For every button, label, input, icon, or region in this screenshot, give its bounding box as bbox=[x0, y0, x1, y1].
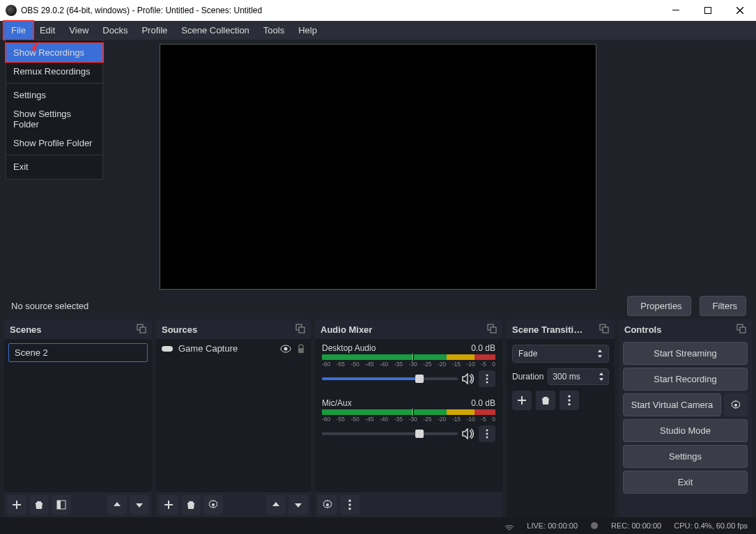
svg-rect-10 bbox=[162, 346, 173, 352]
menu-show-recordings[interactable]: Show Recordings bbox=[6, 43, 102, 62]
scene-down-button[interactable] bbox=[130, 495, 149, 515]
eye-icon[interactable] bbox=[280, 345, 291, 353]
menu-view[interactable]: View bbox=[62, 21, 95, 40]
menu-separator bbox=[6, 155, 102, 155]
controls-panel: Controls Start Streaming Start Recording… bbox=[619, 320, 752, 517]
transition-type: Fade bbox=[518, 349, 537, 359]
source-down-button[interactable] bbox=[288, 495, 308, 515]
menu-file[interactable]: File bbox=[4, 21, 33, 40]
svg-point-14 bbox=[212, 503, 215, 506]
add-scene-button[interactable] bbox=[7, 495, 26, 515]
preview-area bbox=[0, 40, 756, 292]
properties-label: Properties bbox=[640, 301, 681, 311]
svg-rect-0 bbox=[672, 10, 679, 10]
audio-channel-db: 0.0 dB bbox=[471, 343, 495, 353]
controls-title: Controls bbox=[624, 324, 661, 335]
start-streaming-button[interactable]: Start Streaming bbox=[623, 342, 748, 365]
svg-point-30 bbox=[568, 399, 570, 401]
lock-icon[interactable] bbox=[297, 344, 305, 354]
scene-filter-button[interactable] bbox=[52, 495, 71, 515]
no-source-label: No source selected bbox=[10, 301, 88, 311]
svg-point-17 bbox=[486, 375, 488, 377]
volume-slider[interactable] bbox=[322, 432, 458, 435]
svg-point-31 bbox=[568, 403, 570, 405]
menu-edit[interactable]: Edit bbox=[33, 21, 62, 40]
menu-docks[interactable]: Docks bbox=[95, 21, 134, 40]
maximize-button[interactable] bbox=[692, 0, 724, 21]
live-status: LIVE: 00:00:00 bbox=[527, 521, 578, 530]
svg-point-26 bbox=[348, 508, 350, 510]
filters-label: Filters bbox=[713, 301, 737, 311]
source-settings-button[interactable] bbox=[203, 495, 223, 515]
sources-title: Sources bbox=[162, 324, 197, 335]
add-transition-button[interactable] bbox=[512, 391, 532, 410]
scene-up-button[interactable] bbox=[107, 495, 127, 515]
settings-button[interactable]: Settings bbox=[623, 445, 748, 468]
source-item[interactable]: Game Capture bbox=[156, 339, 311, 358]
dock-icon[interactable] bbox=[599, 324, 609, 336]
remove-source-button[interactable] bbox=[181, 495, 201, 515]
add-source-button[interactable] bbox=[159, 495, 178, 515]
filters-button[interactable]: Filters bbox=[700, 296, 746, 316]
transition-select[interactable]: Fade bbox=[512, 345, 609, 363]
svg-point-23 bbox=[326, 503, 329, 506]
dock-icon[interactable] bbox=[487, 324, 497, 336]
duration-input[interactable]: 300 ms bbox=[548, 368, 609, 385]
menu-settings[interactable]: Settings bbox=[6, 86, 102, 104]
audio-menu-button[interactable] bbox=[340, 495, 360, 515]
scenes-title: Scenes bbox=[10, 324, 42, 335]
svg-rect-16 bbox=[491, 327, 496, 333]
menu-separator bbox=[6, 83, 102, 84]
source-up-button[interactable] bbox=[266, 495, 286, 515]
start-recording-button[interactable]: Start Recording bbox=[623, 368, 748, 391]
svg-point-20 bbox=[486, 430, 488, 432]
updown-icon bbox=[599, 372, 604, 381]
scene-item[interactable]: Scene 2 bbox=[8, 343, 148, 362]
audio-title: Audio Mixer bbox=[321, 324, 372, 335]
menu-tools[interactable]: Tools bbox=[256, 21, 291, 40]
properties-button[interactable]: Properties bbox=[627, 296, 691, 316]
gamepad-icon bbox=[162, 345, 173, 353]
start-virtual-camera-button[interactable]: Start Virtual Camera bbox=[623, 393, 721, 416]
updown-icon bbox=[597, 350, 603, 358]
window-title: OBS 29.0.2 (64-bit, windows) - Profile: … bbox=[21, 6, 660, 15]
close-button[interactable] bbox=[724, 0, 756, 21]
svg-point-12 bbox=[284, 347, 288, 350]
scenes-panel: Scenes Scene 2 bbox=[4, 320, 152, 517]
svg-point-21 bbox=[486, 433, 488, 435]
menu-help[interactable]: Help bbox=[291, 21, 324, 40]
menu-show-profile-folder[interactable]: Show Profile Folder bbox=[6, 134, 102, 152]
svg-point-34 bbox=[734, 404, 737, 407]
menu-exit[interactable]: Exit bbox=[6, 157, 102, 176]
menu-remux-recordings[interactable]: Remux Recordings bbox=[6, 62, 102, 81]
studio-mode-button[interactable]: Studio Mode bbox=[623, 419, 748, 442]
audio-menu-button[interactable] bbox=[479, 425, 495, 442]
menu-show-settings-folder[interactable]: Show Settings Folder bbox=[6, 104, 102, 134]
record-icon bbox=[590, 521, 599, 530]
network-icon bbox=[504, 521, 514, 531]
dock-icon[interactable] bbox=[295, 324, 305, 336]
minimize-button[interactable] bbox=[660, 0, 692, 21]
svg-rect-9 bbox=[299, 327, 304, 333]
source-name: Game Capture bbox=[178, 343, 238, 354]
speaker-icon[interactable] bbox=[462, 373, 475, 384]
audio-menu-button[interactable] bbox=[479, 370, 495, 387]
preview-canvas[interactable] bbox=[160, 44, 596, 290]
menu-scene-collection[interactable]: Scene Collection bbox=[174, 21, 256, 40]
audio-channel-db: 0.0 dB bbox=[471, 398, 495, 408]
virtual-camera-settings-button[interactable] bbox=[724, 393, 748, 416]
dock-icon[interactable] bbox=[736, 324, 746, 336]
exit-button[interactable]: Exit bbox=[623, 471, 748, 494]
dock-icon[interactable] bbox=[137, 324, 146, 336]
remove-transition-button[interactable] bbox=[536, 391, 555, 410]
audio-advanced-button[interactable] bbox=[318, 495, 337, 515]
transition-menu-button[interactable] bbox=[560, 391, 579, 410]
audio-scale: -60-55-50-45-40-35-30-25-20-15-10-50 bbox=[322, 361, 495, 368]
volume-slider[interactable] bbox=[322, 377, 458, 380]
svg-point-19 bbox=[486, 382, 488, 384]
speaker-icon[interactable] bbox=[462, 428, 475, 439]
menu-profile[interactable]: Profile bbox=[134, 21, 174, 40]
transitions-title: Scene Transiti… bbox=[512, 324, 583, 335]
transitions-panel: Scene Transiti… Fade Duration 300 ms bbox=[507, 320, 615, 517]
remove-scene-button[interactable] bbox=[29, 495, 49, 515]
